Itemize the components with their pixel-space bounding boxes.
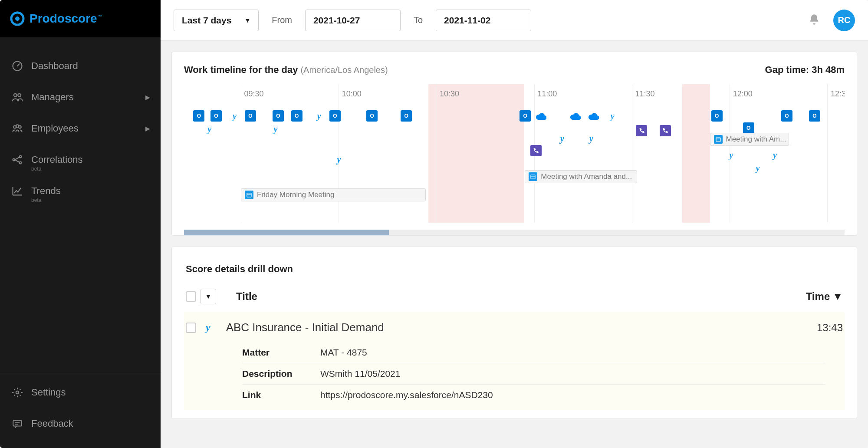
outlook-event-icon[interactable]: O (743, 122, 754, 134)
outlook-event-icon[interactable]: O (329, 110, 341, 122)
primary-nav: DashboardManagers▶Employees▶Correlations… (0, 37, 161, 373)
user-avatar[interactable]: RC (833, 10, 855, 31)
detail-value: MAT - 4875 (320, 347, 367, 358)
outlook-event-icon[interactable]: O (519, 110, 531, 122)
nav-item-label: Dashboard (31, 60, 78, 72)
timeline-card: Work timeline for the day (America/Los A… (171, 52, 857, 236)
outlook-event-icon[interactable]: O (291, 110, 302, 122)
nav-item-settings[interactable]: Settings (0, 377, 161, 408)
nav-item-label: Trends (31, 185, 61, 197)
activity-event-icon[interactable]: y (769, 149, 780, 161)
drilldown-table-header: ▼ Title Time ▼ (184, 285, 845, 312)
phone-event-icon[interactable] (636, 125, 647, 136)
svg-point-3 (14, 94, 17, 97)
svg-point-11 (16, 391, 19, 394)
outlook-event-icon[interactable]: O (193, 110, 204, 122)
timeline-scroll-thumb[interactable] (184, 230, 389, 235)
time-tick-label: 09:30 (244, 89, 264, 99)
drilldown-card: Score details drill down ▼ Title Time ▼ … (171, 247, 857, 419)
row-time: 13:43 (817, 322, 843, 334)
drilldown-row-header[interactable]: y ABC Insurance - Initial Demand 13:43 (186, 321, 843, 334)
phone-event-icon[interactable] (530, 145, 542, 156)
sidebar: Prodoscore™ DashboardManagers▶Employees▶… (0, 0, 161, 448)
nav-item-correlations[interactable]: Correlationsbeta (0, 144, 161, 175)
detail-value: WSmith 11/05/2021 (320, 369, 400, 379)
activity-event-icon[interactable]: y (726, 149, 737, 161)
outlook-event-icon[interactable]: O (809, 110, 820, 122)
detail-label: Matter (242, 347, 320, 358)
time-tick (241, 84, 241, 223)
activity-event-icon[interactable]: y (229, 110, 240, 122)
meeting-event[interactable]: Meeting with Amanda and... (525, 170, 637, 183)
nav-item-label: Settings (31, 387, 66, 398)
cloud-event-icon[interactable] (570, 110, 581, 122)
gap-block (428, 84, 524, 223)
brand-logo-icon (10, 11, 25, 26)
outlook-event-icon[interactable]: O (401, 110, 412, 122)
timeline-header: Work timeline for the day (America/Los A… (184, 64, 845, 76)
svg-point-9 (20, 156, 22, 158)
meeting-event[interactable]: Friday Morning Meeting (241, 188, 426, 201)
to-date-input[interactable]: 2021-11-02 (436, 10, 531, 31)
users-icon (10, 90, 24, 104)
beta-badge: beta (31, 166, 41, 172)
timeline-scrollbar[interactable] (184, 230, 845, 235)
to-label: To (414, 15, 423, 25)
outlook-event-icon[interactable]: O (366, 110, 378, 122)
nav-item-trends[interactable]: Trendsbeta (0, 175, 161, 207)
activity-event-icon[interactable]: y (556, 133, 568, 144)
nav-item-dashboard[interactable]: Dashboard (0, 50, 161, 82)
top-bar: Last 7 days ▼ From 2021-10-27 To 2021-11… (161, 0, 868, 41)
timeline-title: Work timeline for the day (184, 64, 298, 76)
column-time-sort[interactable]: Time ▼ (806, 290, 843, 303)
outlook-event-icon[interactable]: O (210, 110, 222, 122)
activity-event-icon[interactable]: y (333, 154, 345, 165)
date-range-select[interactable]: Last 7 days ▼ (174, 10, 259, 31)
outlook-event-icon[interactable]: O (245, 110, 256, 122)
detail-label: Link (242, 390, 320, 400)
outlook-event-icon[interactable]: O (711, 110, 723, 122)
svg-rect-12 (13, 420, 22, 426)
notifications-icon[interactable] (808, 13, 820, 27)
nav-item-feedback[interactable]: Feedback (0, 408, 161, 439)
drilldown-row: y ABC Insurance - Initial Demand 13:43 M… (184, 312, 845, 410)
activity-event-icon[interactable]: y (752, 162, 763, 174)
cloud-event-icon[interactable] (536, 110, 547, 122)
activity-event-icon[interactable]: y (270, 123, 281, 135)
time-tick (827, 84, 828, 223)
svg-point-8 (13, 159, 15, 161)
time-tick-label: 11:00 (537, 89, 557, 99)
outlook-event-icon[interactable]: O (781, 110, 792, 122)
meeting-label: Meeting with Am... (726, 135, 786, 144)
detail-row: DescriptionWSmith 11/05/2021 (242, 363, 825, 384)
activity-event-icon[interactable]: y (607, 110, 618, 122)
beta-badge: beta (31, 197, 41, 203)
activity-event-icon[interactable]: y (204, 123, 215, 135)
phone-event-icon[interactable] (660, 125, 671, 136)
calendar-icon (529, 172, 537, 181)
select-all-checkbox[interactable] (186, 291, 196, 302)
from-date-input[interactable]: 2021-10-27 (305, 10, 401, 31)
timeline: 09:3010:0010:3011:0011:3012:0012:30OOyOy… (184, 84, 845, 235)
svg-rect-14 (531, 175, 535, 179)
meeting-event[interactable]: Meeting with Am... (710, 133, 789, 146)
meeting-label: Friday Morning Meeting (257, 191, 335, 199)
svg-point-10 (20, 162, 22, 164)
nav-item-employees[interactable]: Employees▶ (0, 113, 161, 144)
svg-rect-13 (247, 193, 251, 197)
meeting-label: Meeting with Amanda and... (541, 172, 632, 181)
chevron-right-icon: ▶ (145, 125, 150, 132)
activity-event-icon[interactable]: y (313, 110, 325, 122)
activity-icon: y (206, 322, 210, 333)
nav-item-managers[interactable]: Managers▶ (0, 82, 161, 113)
outlook-event-icon[interactable]: O (273, 110, 284, 122)
network-icon (10, 153, 24, 167)
expand-toggle[interactable]: ▼ (201, 289, 216, 304)
timeline-inner[interactable]: 09:3010:0010:3011:0011:3012:0012:30OOyOy… (184, 84, 845, 230)
content-area: Work timeline for the day (America/Los A… (161, 41, 868, 448)
time-tick-label: 12:00 (733, 89, 753, 99)
row-checkbox[interactable] (186, 323, 196, 333)
cloud-event-icon[interactable] (588, 110, 599, 122)
activity-event-icon[interactable]: y (585, 133, 597, 144)
calendar-icon (245, 191, 253, 199)
